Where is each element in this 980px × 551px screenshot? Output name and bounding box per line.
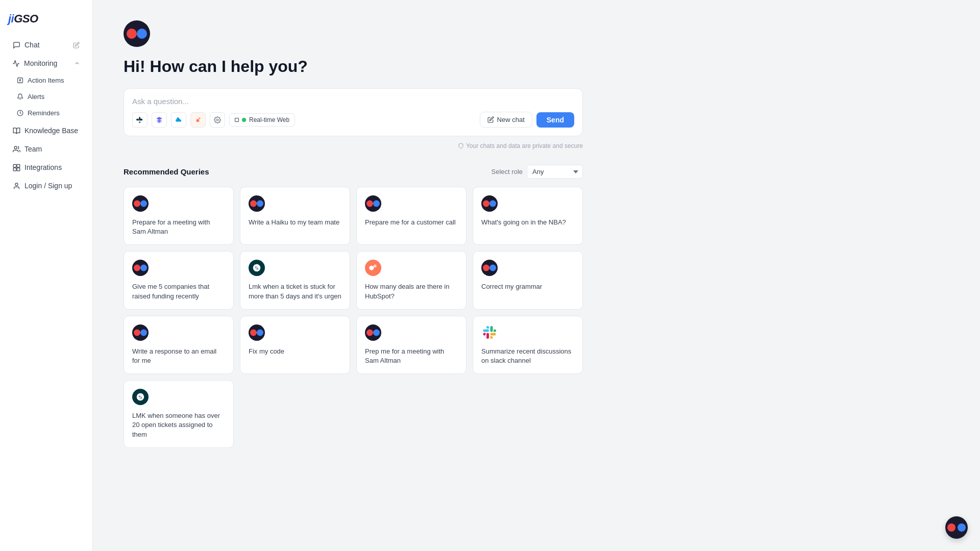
card-label: Lmk when a ticket is stuck for more than… xyxy=(249,282,341,300)
sidebar-item-alerts[interactable]: Alerts xyxy=(8,89,88,105)
role-label: Select role xyxy=(492,168,523,176)
chevron-up-icon xyxy=(74,60,80,66)
realtime-checkbox xyxy=(235,118,239,122)
query-card[interactable]: Write a Haiku to my team mate xyxy=(240,187,350,245)
realtime-web-button[interactable]: Real-time Web xyxy=(229,113,295,127)
card-label: Prepare for a meeting with Sam Altman xyxy=(132,218,225,236)
reminders-icon xyxy=(16,110,23,117)
tool-hubspot[interactable] xyxy=(190,112,206,128)
input-toolbar: Real-time Web New chat Send xyxy=(132,112,574,128)
card-icon-jigso xyxy=(249,195,265,212)
sidebar: jiGSO Chat Monitoring xyxy=(0,0,93,551)
tool-zendesk[interactable] xyxy=(132,112,148,128)
monitoring-section: Monitoring Action Items Alerts xyxy=(0,54,92,121)
queries-header: Recommended Queries Select role Any Sale… xyxy=(124,165,583,179)
card-label: Write a Haiku to my team mate xyxy=(249,218,341,227)
svg-point-10 xyxy=(216,119,218,121)
queries-title: Recommended Queries xyxy=(124,167,209,176)
query-card[interactable]: Prepare for a meeting with Sam Altman xyxy=(124,187,234,245)
question-input[interactable] xyxy=(132,97,574,106)
query-card[interactable]: Prep me for a meeting with Sam Altman xyxy=(356,316,467,374)
svg-rect-5 xyxy=(13,168,16,171)
tool-salesforce[interactable] xyxy=(171,112,186,128)
query-card[interactable]: Summarize recent discussions on slack ch… xyxy=(473,316,583,374)
query-card[interactable]: Write a response to an email for me xyxy=(124,316,234,374)
card-label: Fix my code xyxy=(249,347,341,356)
query-card[interactable]: What's going on in the NBA? xyxy=(473,187,583,245)
query-card[interactable]: Give me 5 companies that raised funding … xyxy=(124,251,234,309)
send-button[interactable]: Send xyxy=(536,112,574,128)
sidebar-item-action-items[interactable]: Action Items xyxy=(8,72,88,88)
svg-rect-4 xyxy=(17,164,20,167)
new-chat-icon xyxy=(487,116,494,123)
card-label: Prepare me for a customer call xyxy=(365,218,458,227)
query-card[interactable]: Fix my code xyxy=(240,316,350,374)
action-items-label: Action Items xyxy=(28,77,64,84)
sidebar-item-login[interactable]: Login / Sign up xyxy=(4,177,88,194)
realtime-label: Real-time Web xyxy=(249,116,289,123)
card-icon-hubspot xyxy=(365,260,381,276)
realtime-dot xyxy=(242,118,246,122)
monitoring-sub-items: Action Items Alerts Reminders xyxy=(0,72,92,121)
shield-icon xyxy=(458,143,464,149)
action-items-icon xyxy=(16,77,23,84)
query-cards-grid: Prepare for a meeting with Sam Altman Wr… xyxy=(124,187,583,448)
svg-point-2 xyxy=(14,146,17,148)
card-icon-jigso xyxy=(132,324,149,341)
card-label: Prep me for a meeting with Sam Altman xyxy=(365,347,458,365)
role-select[interactable]: Any Sales Support Marketing Engineering xyxy=(527,165,583,179)
query-card[interactable]: Lmk when a ticket is stuck for more than… xyxy=(240,251,350,309)
sidebar-item-team[interactable]: Team xyxy=(4,140,88,158)
new-chat-button[interactable]: New chat xyxy=(480,112,532,128)
new-chat-label: New chat xyxy=(497,116,525,123)
sidebar-item-chat[interactable]: Chat xyxy=(4,36,88,54)
svg-point-12 xyxy=(375,266,376,267)
query-card[interactable]: Prepare me for a customer call xyxy=(356,187,467,245)
monitoring-label: Monitoring xyxy=(24,59,57,67)
card-icon-jigso xyxy=(132,195,149,212)
sidebar-item-knowledge-base[interactable]: Knowledge Base xyxy=(4,122,88,139)
card-icon-jigso xyxy=(481,195,498,212)
tool-ai[interactable] xyxy=(152,112,167,128)
input-container: Real-time Web New chat Send xyxy=(124,88,583,136)
alerts-icon xyxy=(16,93,23,101)
floating-chat-button[interactable] xyxy=(945,516,968,539)
login-label: Login / Sign up xyxy=(24,182,72,190)
query-card[interactable]: Correct my grammar xyxy=(473,251,583,309)
svg-rect-6 xyxy=(17,168,20,171)
card-label: What's going on in the NBA? xyxy=(481,218,574,227)
sidebar-item-reminders[interactable]: Reminders xyxy=(8,105,88,121)
card-icon-slack xyxy=(481,324,498,341)
card-icon-jigso xyxy=(481,260,498,276)
card-label: Give me 5 companies that raised funding … xyxy=(132,282,225,300)
query-card[interactable]: LMK when someone has over 20 open ticket… xyxy=(124,380,234,448)
svg-point-9 xyxy=(199,118,200,118)
card-icon-jigso xyxy=(249,324,265,341)
card-label: Summarize recent discussions on slack ch… xyxy=(481,347,574,365)
role-select-area: Select role Any Sales Support Marketing … xyxy=(492,165,583,179)
sidebar-item-monitoring[interactable]: Monitoring xyxy=(4,55,88,72)
logo: jiGSO xyxy=(0,8,92,36)
user-icon xyxy=(12,182,20,190)
send-label: Send xyxy=(547,116,564,124)
privacy-text: Your chats and data are private and secu… xyxy=(466,142,583,149)
avatar xyxy=(124,20,150,47)
card-label: How many deals are there in HubSpot? xyxy=(365,282,458,300)
integrations-icon xyxy=(12,163,20,171)
card-label: Write a response to an email for me xyxy=(132,347,225,365)
query-card[interactable]: How many deals are there in HubSpot? xyxy=(356,251,467,309)
main-content: Hi! How can I help you? Real xyxy=(93,0,980,551)
integrations-label: Integrations xyxy=(24,163,62,171)
sidebar-item-integrations[interactable]: Integrations xyxy=(4,159,88,176)
tool-settings[interactable] xyxy=(210,112,225,128)
knowledge-base-icon xyxy=(12,127,20,135)
sidebar-chat-label: Chat xyxy=(24,41,40,49)
card-label: Correct my grammar xyxy=(481,282,574,291)
card-icon-jigso xyxy=(365,324,381,341)
reminders-label: Reminders xyxy=(28,109,60,117)
privacy-note: Your chats and data are private and secu… xyxy=(124,142,583,149)
team-label: Team xyxy=(24,145,42,153)
svg-rect-3 xyxy=(13,164,16,167)
edit-icon[interactable] xyxy=(72,41,80,49)
knowledge-base-label: Knowledge Base xyxy=(24,127,78,135)
